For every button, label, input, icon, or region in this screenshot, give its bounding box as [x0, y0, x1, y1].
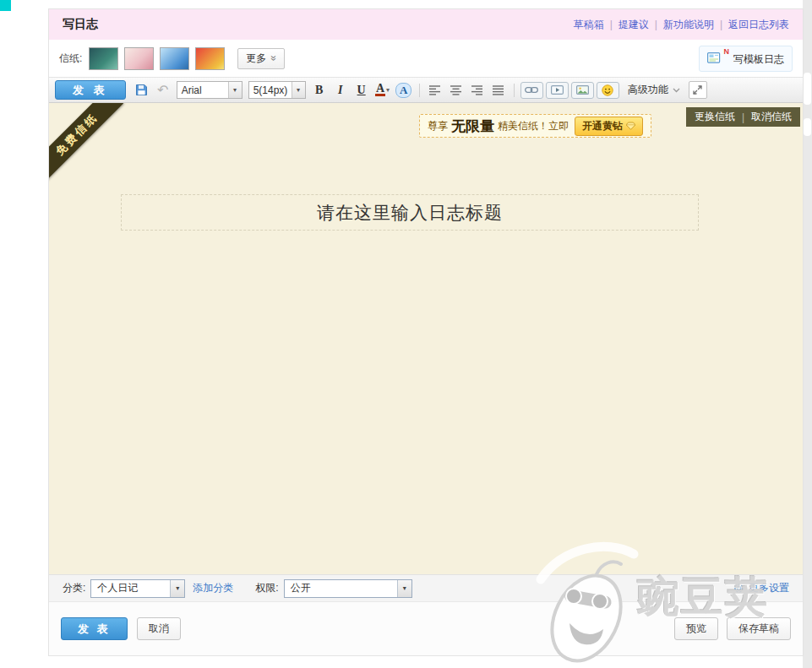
draft-box-link[interactable]: 草稿箱 [574, 18, 604, 32]
category-value: 个人日记 [91, 581, 170, 595]
back-to-journal-list-link[interactable]: 返回日志列表 [728, 18, 789, 32]
insert-emoji-icon[interactable] [597, 82, 619, 99]
add-category-link[interactable]: 添加分类 [193, 581, 233, 595]
chevron-down-icon: ▾ [170, 580, 184, 597]
stationery-thumbnail-1[interactable] [89, 47, 118, 70]
yellow-diamond-promo: 尊享 无限量 精美信纸！立即 开通黄钻 [419, 114, 651, 138]
journal-editor-area: 免费信纸 更换信纸 | 取消信纸 尊享 无限量 精美信纸！立即 开通黄钻 请在这… [49, 103, 803, 574]
underline-button[interactable]: U [352, 81, 371, 100]
stationery-thumbnail-3[interactable] [160, 47, 189, 70]
stationery-label: 信纸: [59, 52, 82, 66]
font-color-button[interactable]: A ▾ [373, 81, 392, 100]
bold-button[interactable]: B [310, 81, 329, 100]
stationery-thumbnail-4[interactable] [195, 47, 225, 70]
publish-button[interactable]: 发 表 [61, 617, 128, 640]
page-corner-decoration [0, 0, 11, 11]
permission-value: 公开 [285, 581, 397, 595]
save-icon[interactable] [133, 81, 151, 100]
template-journal-icon [707, 51, 723, 66]
link-separator: | [655, 19, 657, 30]
font-family-select[interactable]: Arial ▾ [177, 81, 243, 99]
write-journal-panel: 写日志 草稿箱 | 提建议 | 新功能说明 | 返回日志列表 信纸: 更多 « … [48, 8, 804, 656]
chevron-down-icon: ▾ [397, 580, 411, 597]
save-draft-button[interactable]: 保存草稿 [727, 617, 791, 640]
link-separator: | [610, 19, 613, 30]
align-justify-icon[interactable] [489, 81, 508, 100]
scrollbar-thumb-secondary[interactable] [804, 118, 811, 136]
scrollbar-thumb[interactable] [804, 73, 811, 105]
undo-icon[interactable]: ↶ [154, 81, 172, 100]
chevron-down-icon [673, 88, 680, 93]
page-title: 写日志 [63, 17, 98, 32]
category-label: 分类: [63, 581, 85, 595]
feedback-link[interactable]: 提建议 [619, 18, 649, 32]
open-yellow-diamond-button[interactable]: 开通黄钻 [575, 117, 643, 136]
promo-emphasis: 无限量 [451, 117, 494, 136]
yellow-diamond-icon [626, 122, 635, 130]
new-badge: N [724, 47, 730, 56]
more-settings-link[interactable]: 更多设置 [749, 581, 789, 595]
advanced-features-dropdown[interactable]: 高级功能 [622, 83, 686, 97]
change-stationery-button[interactable]: 更换信纸 [695, 110, 735, 124]
advanced-features-label: 高级功能 [628, 83, 668, 97]
category-select[interactable]: 个人日记 ▾ [90, 579, 185, 598]
template-journal-label: 写模板日志 [733, 52, 784, 67]
double-chevron-icon: « [268, 56, 280, 62]
write-template-journal-button[interactable]: N 写模板日志 [699, 46, 793, 72]
insert-image-icon[interactable] [571, 82, 594, 99]
font-size-select[interactable]: 5(14px) ▾ [248, 81, 306, 99]
new-features-link[interactable]: 新功能说明 [663, 18, 714, 32]
align-center-icon[interactable] [447, 81, 466, 100]
promo-text: 尊享 [428, 119, 448, 133]
stationery-thumbnail-2[interactable] [124, 47, 154, 70]
permission-select[interactable]: 公开 ▾ [284, 579, 412, 598]
promo-text: 精美信纸！立即 [498, 119, 569, 133]
fullscreen-icon[interactable] [689, 81, 707, 99]
journal-content-editor[interactable] [49, 103, 803, 574]
footer-left-buttons: 发 表 取消 [61, 617, 181, 640]
chevron-down-icon: ▾ [292, 82, 305, 98]
publish-button-toolbar[interactable]: 发 表 [55, 80, 126, 100]
formatting-toolbar: 发 表 ↶ Arial ▾ 5(14px) ▾ B I U A ▾ A [49, 77, 803, 103]
font-family-value: Arial [177, 84, 228, 96]
open-yellow-diamond-label: 开通黄钻 [582, 119, 623, 133]
stationery-actions: 更换信纸 | 取消信纸 [686, 107, 800, 127]
chevron-down-icon: ▾ [228, 82, 242, 98]
header-bar: 写日志 草稿箱 | 提建议 | 新功能说明 | 返回日志列表 [49, 9, 803, 40]
preview-button[interactable]: 预览 [674, 617, 718, 640]
link-separator: | [720, 19, 722, 30]
highlight-glyph: A [395, 83, 411, 98]
more-stationery-button[interactable]: 更多 « [237, 48, 285, 69]
align-left-icon[interactable] [426, 81, 444, 100]
cancel-button[interactable]: 取消 [137, 617, 181, 640]
font-size-value: 5(14px) [249, 84, 292, 96]
toolbar-divider [514, 84, 515, 97]
stationery-row: 信纸: 更多 « N 写模板日志 [49, 40, 803, 77]
footer-bar: 发 表 取消 预览 保存草稿 [49, 601, 803, 655]
font-color-swatch [375, 94, 385, 96]
journal-settings-row: 分类: 个人日记 ▾ 添加分类 权限: 公开 ▾ 更多设置 [49, 574, 803, 601]
insert-link-icon[interactable] [520, 82, 543, 99]
align-right-icon[interactable] [468, 81, 487, 100]
chevron-down-icon: ▾ [386, 86, 390, 94]
more-settings-group: 更多设置 [733, 581, 789, 595]
header-links: 草稿箱 | 提建议 | 新功能说明 | 返回日志列表 [574, 18, 789, 32]
italic-button[interactable]: I [331, 81, 350, 100]
cancel-stationery-button[interactable]: 取消信纸 [751, 110, 792, 124]
highlight-color-button[interactable]: A [395, 81, 413, 100]
journal-title-input[interactable]: 请在这里输入日志标题 [121, 194, 699, 231]
action-separator: | [742, 111, 744, 123]
gear-icon [733, 583, 744, 594]
insert-video-icon[interactable] [546, 82, 569, 99]
more-stationery-label: 更多 [246, 52, 266, 66]
permission-label: 权限: [255, 581, 278, 595]
font-color-glyph: A [376, 84, 384, 93]
toolbar-divider [419, 84, 420, 97]
footer-right-buttons: 预览 保存草稿 [674, 617, 791, 640]
